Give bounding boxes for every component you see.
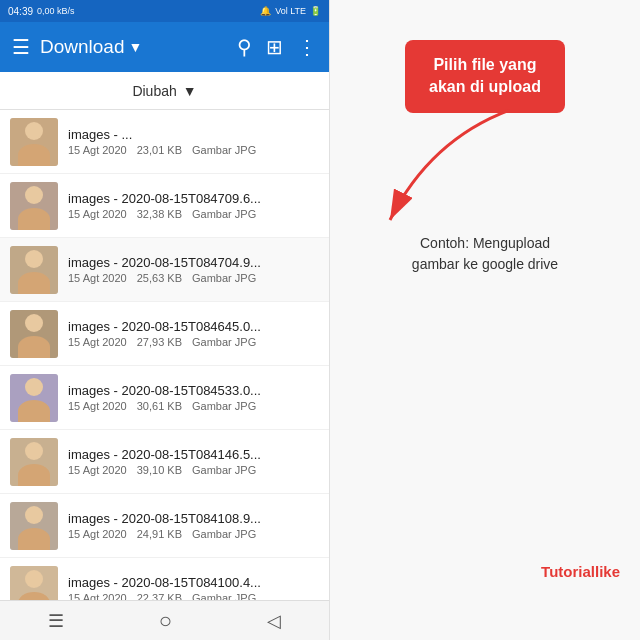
file-info: images - 2020-08-15T084533.0... 15 Agt 2… xyxy=(68,383,319,412)
list-item[interactable]: images - 2020-08-15T084533.0... 15 Agt 2… xyxy=(0,366,329,430)
file-info: images - 2020-08-15T084108.9... 15 Agt 2… xyxy=(68,511,319,540)
file-size: 32,38 KB xyxy=(137,208,182,220)
example-label: Contoh: Menguploadgambar ke google drive xyxy=(412,235,558,272)
status-right: 🔔 Vol LTE 🔋 xyxy=(260,6,321,16)
status-bar: 04:39 0,00 kB/s 🔔 Vol LTE 🔋 xyxy=(0,0,329,22)
file-meta: 15 Agt 2020 39,10 KB Gambar JPG xyxy=(68,464,319,476)
file-size: 25,63 KB xyxy=(137,272,182,284)
battery-icon: 🔋 xyxy=(310,6,321,16)
more-icon[interactable]: ⋮ xyxy=(293,31,321,63)
file-size: 22,37 KB xyxy=(137,592,182,600)
file-date: 15 Agt 2020 xyxy=(68,400,127,412)
file-date: 15 Agt 2020 xyxy=(68,336,127,348)
list-item[interactable]: images - 2020-08-15T084146.5... 15 Agt 2… xyxy=(0,430,329,494)
file-type: Gambar JPG xyxy=(192,400,256,412)
file-size: 30,61 KB xyxy=(137,400,182,412)
bell-icon: 🔔 xyxy=(260,6,271,16)
file-type: Gambar JPG xyxy=(192,464,256,476)
file-meta: 15 Agt 2020 30,61 KB Gambar JPG xyxy=(68,400,319,412)
file-name: images - 2020-08-15T084709.6... xyxy=(68,191,319,206)
file-meta: 15 Agt 2020 27,93 KB Gambar JPG xyxy=(68,336,319,348)
file-name: images - 2020-08-15T084146.5... xyxy=(68,447,319,462)
signal-text: Vol LTE xyxy=(275,6,306,16)
file-thumbnail xyxy=(10,118,58,166)
grid-icon[interactable]: ⊞ xyxy=(262,31,287,63)
status-left: 04:39 0,00 kB/s xyxy=(8,6,75,17)
file-name: images - 2020-08-15T084645.0... xyxy=(68,319,319,334)
file-date: 15 Agt 2020 xyxy=(68,208,127,220)
file-meta: 15 Agt 2020 24,91 KB Gambar JPG xyxy=(68,528,319,540)
file-name: images - 2020-08-15T084100.4... xyxy=(68,575,319,590)
list-item[interactable]: images - ... 15 Agt 2020 23,01 KB Gambar… xyxy=(0,110,329,174)
file-info: images - 2020-08-15T084709.6... 15 Agt 2… xyxy=(68,191,319,220)
list-item[interactable]: images - 2020-08-15T084108.9... 15 Agt 2… xyxy=(0,494,329,558)
file-thumbnail xyxy=(10,566,58,601)
file-date: 15 Agt 2020 xyxy=(68,144,127,156)
file-type: Gambar JPG xyxy=(192,336,256,348)
brand-label: Tutoriallike xyxy=(541,563,620,580)
search-icon[interactable]: ⚲ xyxy=(233,31,256,63)
circle-nav-icon[interactable]: ○ xyxy=(159,608,172,634)
file-name: images - 2020-08-15T084533.0... xyxy=(68,383,319,398)
file-thumbnail xyxy=(10,182,58,230)
file-thumbnail xyxy=(10,246,58,294)
file-name: images - 2020-08-15T084108.9... xyxy=(68,511,319,526)
file-size: 39,10 KB xyxy=(137,464,182,476)
file-size: 23,01 KB xyxy=(137,144,182,156)
file-size: 24,91 KB xyxy=(137,528,182,540)
file-meta: 15 Agt 2020 25,63 KB Gambar JPG xyxy=(68,272,319,284)
phone-panel: 04:39 0,00 kB/s 🔔 Vol LTE 🔋 ☰ Download ▼… xyxy=(0,0,330,640)
back-nav-icon[interactable]: ◁ xyxy=(267,610,281,632)
brand-prefix: Tutorial xyxy=(541,563,595,580)
file-type: Gambar JPG xyxy=(192,528,256,540)
file-info: images - 2020-08-15T084704.9... 15 Agt 2… xyxy=(68,255,319,284)
file-thumbnail xyxy=(10,374,58,422)
file-type: Gambar JPG xyxy=(192,208,256,220)
bottom-nav: ☰ ○ ◁ xyxy=(0,600,329,640)
file-name: images - 2020-08-15T084704.9... xyxy=(68,255,319,270)
file-date: 15 Agt 2020 xyxy=(68,528,127,540)
file-date: 15 Agt 2020 xyxy=(68,592,127,600)
file-info: images - 2020-08-15T084645.0... 15 Agt 2… xyxy=(68,319,319,348)
brand-suffix: like xyxy=(595,563,620,580)
file-thumbnail xyxy=(10,310,58,358)
file-list: images - ... 15 Agt 2020 23,01 KB Gambar… xyxy=(0,110,329,600)
file-thumbnail xyxy=(10,438,58,486)
list-item[interactable]: images - 2020-08-15T084100.4... 15 Agt 2… xyxy=(0,558,329,600)
file-info: images - 2020-08-15T084100.4... 15 Agt 2… xyxy=(68,575,319,600)
list-item[interactable]: images - 2020-08-15T084704.9... 15 Agt 2… xyxy=(0,238,329,302)
dropdown-icon[interactable]: ▼ xyxy=(129,39,143,55)
time-display: 04:39 xyxy=(8,6,33,17)
file-date: 15 Agt 2020 xyxy=(68,272,127,284)
home-nav-icon[interactable]: ☰ xyxy=(48,610,64,632)
app-bar-title: Download ▼ xyxy=(40,36,227,58)
right-panel: Pilih file yangakan di upload Contoh: Me… xyxy=(330,0,640,640)
file-date: 15 Agt 2020 xyxy=(68,464,127,476)
app-title-text: Download xyxy=(40,36,125,58)
sort-label: Diubah xyxy=(132,83,176,99)
file-meta: 15 Agt 2020 22,37 KB Gambar JPG xyxy=(68,592,319,600)
network-icon: 0,00 kB/s xyxy=(37,6,75,16)
file-type: Gambar JPG xyxy=(192,144,256,156)
file-name: images - ... xyxy=(68,127,319,142)
example-text: Contoh: Menguploadgambar ke google drive xyxy=(412,233,558,275)
file-thumbnail xyxy=(10,502,58,550)
sort-dropdown-icon: ▼ xyxy=(183,83,197,99)
list-item[interactable]: images - 2020-08-15T084645.0... 15 Agt 2… xyxy=(0,302,329,366)
file-type: Gambar JPG xyxy=(192,272,256,284)
file-info: images - ... 15 Agt 2020 23,01 KB Gambar… xyxy=(68,127,319,156)
file-meta: 15 Agt 2020 23,01 KB Gambar JPG xyxy=(68,144,319,156)
file-info: images - 2020-08-15T084146.5... 15 Agt 2… xyxy=(68,447,319,476)
app-bar: ☰ Download ▼ ⚲ ⊞ ⋮ xyxy=(0,22,329,72)
file-size: 27,93 KB xyxy=(137,336,182,348)
file-meta: 15 Agt 2020 32,38 KB Gambar JPG xyxy=(68,208,319,220)
list-item[interactable]: images - 2020-08-15T084709.6... 15 Agt 2… xyxy=(0,174,329,238)
file-type: Gambar JPG xyxy=(192,592,256,600)
arrow-indicator xyxy=(350,60,640,220)
sort-bar[interactable]: Diubah ▼ xyxy=(0,72,329,110)
menu-icon[interactable]: ☰ xyxy=(8,31,34,63)
